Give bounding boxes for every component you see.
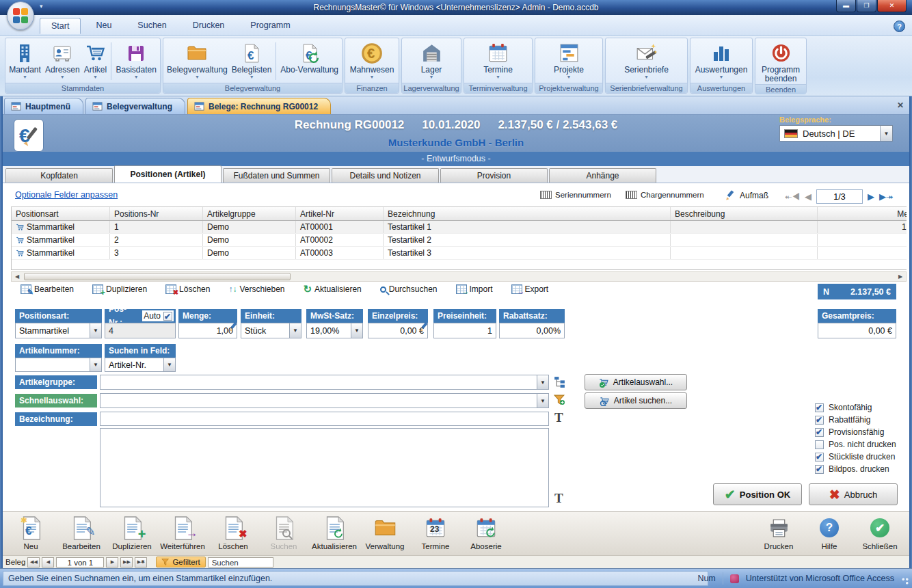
filter-indicator[interactable]: Gefiltert bbox=[156, 557, 205, 567]
scroll-left-icon[interactable]: ◀ bbox=[12, 273, 23, 280]
artikelnummer-select[interactable]: ▼ bbox=[15, 358, 102, 372]
toolbar-drucken[interactable]: Drucken bbox=[753, 512, 804, 555]
doc-tab-belege-rechnung[interactable]: Belege: Rechnung RG00012 bbox=[187, 98, 331, 114]
export-action[interactable]: →Export bbox=[511, 284, 549, 294]
verschieben-action[interactable]: ↑↓Verschieben bbox=[228, 284, 284, 294]
previous-record-icon[interactable]: ◀ bbox=[805, 192, 812, 202]
ribbon-button-auswertungen[interactable]: Auswertungen▼ bbox=[693, 40, 750, 83]
chevron-down-icon[interactable]: ▼ bbox=[537, 394, 548, 407]
tab-details[interactable]: Details und Notizen bbox=[332, 168, 439, 183]
ribbon-button-serienbriefe[interactable]: Serienbriefe▼ bbox=[622, 40, 671, 83]
checkbox-rabattfaehig[interactable]: Rabattfähig bbox=[815, 414, 870, 425]
tab-drucken[interactable]: Drucken bbox=[182, 18, 236, 34]
tree-icon[interactable] bbox=[553, 375, 566, 388]
checkbox-pos-nicht-drucken[interactable]: Pos. nicht drucken bbox=[815, 439, 896, 450]
language-select[interactable]: Deutsch | DE ▼ bbox=[779, 125, 893, 142]
chevron-down-icon[interactable]: ▼ bbox=[537, 375, 548, 389]
durchsuchen-action[interactable]: Durchsuchen bbox=[380, 284, 438, 294]
artikelgruppe-select[interactable]: ▼ bbox=[100, 375, 549, 390]
tab-fussdaten[interactable]: Fußdaten und Summen bbox=[223, 168, 330, 183]
new-record-button[interactable]: ▶✱ bbox=[135, 557, 147, 567]
chargennummern-button[interactable]: Chargennummern bbox=[626, 191, 704, 199]
toolbar-aktualisieren[interactable]: Aktualisieren bbox=[309, 512, 360, 555]
loeschen-action[interactable]: ✖Löschen bbox=[165, 284, 210, 294]
help-icon[interactable]: ? bbox=[894, 21, 905, 32]
ribbon-button-adressen[interactable]: Adressen▼ bbox=[43, 40, 82, 83]
toolbar-verwaltung[interactable]: Verwaltung bbox=[360, 512, 410, 555]
chevron-down-icon[interactable]: ▼ bbox=[289, 323, 301, 338]
first-record-button[interactable]: ◀◀ bbox=[27, 557, 40, 567]
schnellauswahl-select[interactable]: ▼ bbox=[100, 393, 549, 408]
checkbox-bildpos-drucken[interactable]: Bildpos. drucken bbox=[815, 464, 889, 475]
preiseinheit-field[interactable]: 1 bbox=[433, 323, 496, 338]
ribbon-button-mandant[interactable]: Mandant▼ bbox=[7, 40, 43, 83]
application-menu-button[interactable] bbox=[7, 1, 34, 30]
chevron-down-icon[interactable]: ▼ bbox=[880, 126, 892, 141]
last-record-icon[interactable]: ▶⯮ bbox=[879, 192, 893, 202]
duplizieren-action[interactable]: +Duplizieren bbox=[92, 284, 147, 294]
tab-kopfdaten[interactable]: Kopfdaten bbox=[5, 168, 113, 183]
chevron-down-icon[interactable]: ▼ bbox=[351, 323, 362, 338]
horizontal-scrollbar[interactable]: ◀ ▶ bbox=[11, 271, 907, 282]
checkbox-icon[interactable] bbox=[815, 440, 824, 449]
ribbon-button-projekte[interactable]: Projekte▼ bbox=[552, 40, 586, 83]
checkbox-skontofaehig[interactable]: Skontofähig bbox=[815, 402, 872, 413]
checkbox-icon[interactable] bbox=[815, 403, 824, 412]
checkbox-stueckliste-drucken[interactable]: Stückliste drucken bbox=[815, 451, 895, 462]
tab-close-icon[interactable]: ✕ bbox=[897, 101, 904, 110]
last-record-button[interactable]: ▶▶ bbox=[120, 557, 133, 567]
tab-anhaenge[interactable]: Anhänge bbox=[549, 168, 656, 183]
tab-neu[interactable]: Neu bbox=[85, 18, 122, 34]
suchen-in-feld-select[interactable]: Artikel-Nr.▼ bbox=[105, 358, 176, 372]
ribbon-button-termine[interactable]: Termine▼ bbox=[481, 40, 515, 83]
chevron-down-icon[interactable]: ▼ bbox=[163, 358, 175, 371]
checkbox-icon[interactable] bbox=[163, 312, 172, 321]
import-action[interactable]: →Import bbox=[456, 284, 493, 294]
seriennummern-button[interactable]: Seriennummern bbox=[540, 191, 611, 199]
quick-access-arrow-icon[interactable]: ▾ bbox=[40, 3, 43, 10]
tab-positionen[interactable]: Positionen (Artikel) bbox=[114, 165, 222, 183]
position-ok-button[interactable]: ✔Position OK bbox=[713, 483, 802, 505]
tab-programm[interactable]: Programm bbox=[239, 18, 301, 34]
close-button[interactable]: ✕ bbox=[877, 0, 907, 12]
bearbeiten-action[interactable]: ✎Bearbeiten bbox=[21, 284, 74, 294]
toolbar-termine[interactable]: 23Termine bbox=[410, 512, 461, 555]
table-header-row[interactable]: Positionsart Positions-Nr Artikelgruppe … bbox=[12, 207, 907, 221]
scrollbar-thumb[interactable] bbox=[24, 273, 291, 280]
aufmass-button[interactable]: Aufmaß bbox=[725, 189, 768, 201]
filter-add-icon[interactable] bbox=[554, 394, 565, 405]
tab-start[interactable]: Start bbox=[40, 18, 81, 34]
toolbar-aboserie[interactable]: Aboserie bbox=[461, 512, 511, 555]
maximize-button[interactable]: ❐ bbox=[857, 0, 876, 12]
toolbar-hilfe[interactable]: ?Hilfe bbox=[804, 512, 855, 555]
checkbox-icon[interactable] bbox=[815, 465, 824, 474]
toolbar-neu[interactable]: €✱Neu bbox=[5, 512, 56, 555]
previous-record-button[interactable]: ◀ bbox=[42, 557, 54, 567]
toolbar-bearbeiten[interactable]: ✎Bearbeiten bbox=[56, 512, 107, 555]
abbruch-button[interactable]: ✖Abbruch bbox=[809, 483, 898, 505]
chevron-down-icon[interactable]: ▼ bbox=[90, 358, 101, 371]
minimize-button[interactable]: ▬ bbox=[836, 0, 856, 12]
text-format-icon[interactable]: T bbox=[554, 491, 563, 506]
calculator-pencil-icon[interactable] bbox=[419, 321, 430, 332]
positions-table[interactable]: Positionsart Positions-Nr Artikelgruppe … bbox=[11, 206, 907, 270]
ribbon-button-basisdaten[interactable]: Basisdaten▼ bbox=[113, 40, 158, 83]
toolbar-loeschen[interactable]: ✖Löschen bbox=[208, 512, 258, 555]
ribbon-button-abo-verwaltung[interactable]: Abo-Verwaltung▼ bbox=[278, 40, 340, 83]
table-row[interactable]: Stammartikel 3 Demo AT00003 Testartikel … bbox=[12, 247, 907, 260]
resize-grip[interactable] bbox=[900, 576, 910, 586]
tab-suchen[interactable]: Suchen bbox=[126, 18, 177, 34]
doc-tab-belegverwaltung[interactable]: Belegverwaltung bbox=[85, 98, 185, 114]
ribbon-button-lager[interactable]: Lager▼ bbox=[418, 40, 445, 83]
ribbon-button-beleglisten[interactable]: Beleglisten▼ bbox=[230, 40, 274, 83]
table-row[interactable]: Stammartikel 2 Demo AT00002 Testartikel … bbox=[12, 234, 907, 247]
toolbar-weiterfuehren[interactable]: →Weiterführen bbox=[157, 512, 208, 555]
next-record-button[interactable]: ▶ bbox=[106, 557, 118, 567]
mwst-select[interactable]: 19,00%▼ bbox=[306, 323, 363, 338]
scroll-right-icon[interactable]: ▶ bbox=[895, 273, 906, 280]
tab-provision[interactable]: Provision bbox=[440, 168, 548, 183]
ribbon-button-belegverwaltung[interactable]: Belegverwaltung▼ bbox=[165, 40, 230, 83]
checkbox-icon[interactable] bbox=[815, 416, 824, 425]
aktualisieren-action[interactable]: ↻Aktualisieren bbox=[304, 284, 362, 294]
ribbon-button-artikel[interactable]: Artikel▼ bbox=[82, 40, 109, 83]
